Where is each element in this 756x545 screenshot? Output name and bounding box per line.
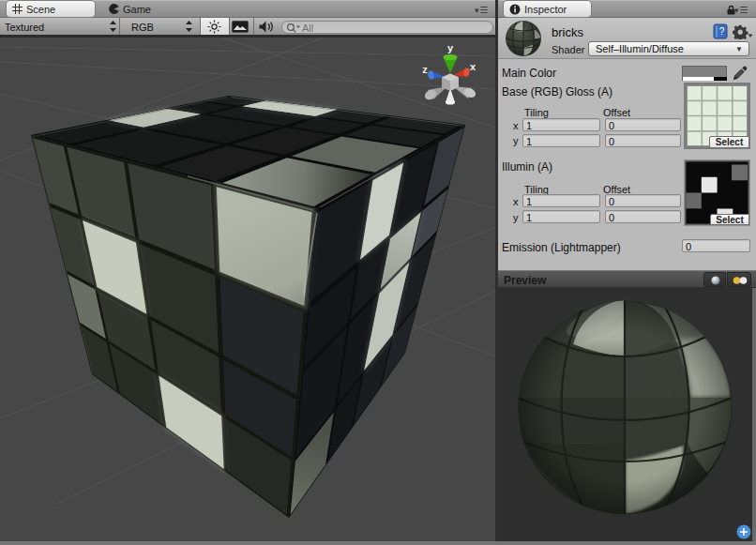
svg-text:x: x xyxy=(470,61,476,72)
svg-text:y: y xyxy=(447,42,454,53)
svg-text:?: ? xyxy=(719,26,725,37)
svg-text:z: z xyxy=(422,64,428,75)
